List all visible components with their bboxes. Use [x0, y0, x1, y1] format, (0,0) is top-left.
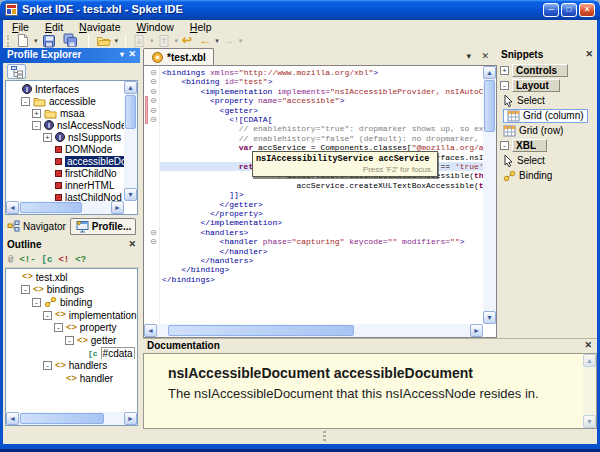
scroll-left-icon[interactable]: ◄ [144, 324, 157, 337]
editor-vscrollbar[interactable]: ▲ ▼ [483, 66, 496, 324]
fold-collapse-icon[interactable]: ⊖ [150, 68, 157, 77]
hscroll-thumb[interactable] [20, 413, 104, 424]
save-all-button[interactable] [61, 33, 83, 48]
dropdown-arrow-icon[interactable]: ▾ [150, 37, 154, 45]
tree-item-cdata[interactable]: [c#cdata [6, 347, 137, 359]
code-line[interactable]: ]]> [162, 190, 483, 199]
editor-hscrollbar[interactable]: ◄ ► [144, 324, 483, 337]
profile-explorer-tree[interactable]: IInterfaces-accessible+msaa-InsIAccessNo… [5, 80, 138, 215]
code-line[interactable]: <getter> [162, 106, 483, 115]
tree-expander-icon[interactable]: - [21, 285, 30, 294]
code-line[interactable]: </property> [162, 209, 483, 218]
code-line[interactable]: accService.createXULTextBoxAccessible(th… [162, 181, 483, 190]
maximize-button[interactable]: □ [561, 3, 577, 17]
vscroll-thumb[interactable] [484, 80, 495, 132]
scroll-down-icon[interactable]: ▼ [124, 188, 137, 201]
outline-hscrollbar[interactable]: ◄ ► [6, 412, 137, 425]
scroll-up-icon[interactable]: ▲ [483, 66, 496, 79]
profile-tree-vscrollbar[interactable]: ▲ ▼ [124, 81, 137, 201]
tree-expander-icon[interactable]: - [43, 361, 52, 370]
fold-collapse-icon[interactable]: ⊖ [150, 237, 157, 246]
prev-annotation-button[interactable]: ▾ [156, 33, 181, 48]
view-menu-icon[interactable]: ▾ [120, 50, 124, 59]
scroll-down-icon[interactable]: ▼ [583, 415, 596, 428]
section-expander-icon[interactable]: + [500, 66, 509, 75]
code-line[interactable]: </handlers> [162, 256, 483, 265]
doctype-filter-icon[interactable]: <! [58, 255, 69, 265]
tree-expander-icon[interactable]: + [32, 109, 41, 118]
menu-edit[interactable]: Edit [37, 21, 71, 33]
tree-item-interfaces[interactable]: IInterfaces [6, 83, 124, 95]
scroll-right-icon[interactable]: ► [470, 324, 483, 337]
tree-item-firstchildno[interactable]: firstChildNo [6, 168, 124, 180]
tree-item-test-xbl[interactable]: <>test.xbl [6, 271, 137, 283]
sash-grip-icon[interactable] [323, 431, 326, 442]
dropdown-arrow-icon[interactable]: ▾ [239, 37, 243, 45]
code-line[interactable]: <property name="accessible"> [162, 96, 483, 105]
snippet-grid-row[interactable]: Grid (row) [497, 123, 597, 138]
editor-close-icon[interactable]: ✕ [481, 51, 489, 61]
tree-expander-icon[interactable]: - [32, 298, 41, 307]
menu-window[interactable]: Window [129, 21, 182, 33]
tree-item-innerhtml[interactable]: innerHTML [6, 180, 124, 192]
view-tab-profile[interactable]: Profile... [70, 218, 136, 235]
code-line[interactable]: </bindings> [162, 275, 483, 284]
snippet-section-xbl[interactable]: -XBL [497, 138, 597, 153]
dropdown-arrow-icon[interactable]: ▾ [115, 37, 119, 45]
documentation-vscrollbar[interactable]: ▲ ▼ [583, 354, 596, 428]
code-line[interactable]: </handler> [162, 247, 483, 256]
view-tab-navigator[interactable]: Navigator [3, 218, 70, 235]
title-bar[interactable]: Spket IDE - test.xbl - Spket IDE ─□✕ [0, 0, 600, 20]
fold-collapse-icon[interactable]: ⊖ [150, 87, 157, 96]
code-line[interactable]: // enablehistory="true": dropmarker show… [162, 124, 483, 133]
outline-tree[interactable]: <>test.xbl-<>bindings-binding-<>implemen… [5, 268, 138, 426]
tree-expander-icon[interactable]: - [43, 311, 52, 320]
dropdown-arrow-icon[interactable]: ▾ [34, 37, 38, 45]
tree-item-binding[interactable]: -binding [6, 296, 137, 308]
scroll-up-icon[interactable]: ▲ [583, 354, 596, 367]
tree-expander-icon[interactable]: - [54, 323, 63, 332]
tree-item-getter[interactable]: -<>getter [6, 335, 137, 347]
tree-expander-icon[interactable]: - [32, 121, 41, 130]
code-text-area[interactable]: <bindings xmlns="http://www.mozilla.org/… [160, 66, 483, 324]
documentation-close-icon[interactable]: ✕ [584, 340, 592, 350]
comment-filter-icon[interactable]: <!- [19, 255, 35, 265]
section-expander-icon[interactable]: - [500, 81, 509, 90]
profile-explorer-header[interactable]: Profile Explorer ▾ ✕ [3, 48, 140, 63]
scroll-left-icon[interactable]: ◄ [6, 412, 19, 425]
vscroll-thumb[interactable] [125, 95, 136, 129]
cdata-filter-icon[interactable]: [c [42, 255, 53, 265]
snippet-grid-column[interactable]: Grid (column) [497, 108, 597, 123]
snippet-section-layout[interactable]: -Layout [497, 78, 597, 93]
snippets-header[interactable]: Snippets ✕ [497, 48, 597, 63]
code-line[interactable]: </binding> [162, 265, 483, 274]
new-file-button[interactable]: ▾ [14, 33, 40, 48]
code-line[interactable]: // enablehistory="false" (default): no d… [162, 134, 483, 143]
tree-item-accessibledo[interactable]: accessibleDo [6, 156, 124, 168]
snippet-select[interactable]: Select [497, 93, 597, 108]
save-button[interactable] [40, 33, 61, 48]
scroll-right-icon[interactable]: ► [124, 412, 137, 425]
dropdown-arrow-icon[interactable]: ▾ [215, 37, 219, 45]
documentation-header[interactable]: Documentation ✕ [143, 338, 597, 353]
scroll-left-icon[interactable]: ◄ [6, 201, 19, 214]
code-line[interactable]: <binding id="test"> [162, 77, 483, 86]
profile-tree-hscrollbar[interactable]: ◄ ► [6, 201, 124, 214]
code-line[interactable]: </getter> [162, 200, 483, 209]
code-editor[interactable]: ⊖⊖⊖⊖⊖⊖⊖⊖ <bindings xmlns="http://www.moz… [143, 65, 497, 338]
menu-file[interactable]: File [4, 21, 37, 33]
attribute-filter-icon[interactable]: @ [8, 255, 13, 265]
tree-item-nsisupports[interactable]: +InsISupports [6, 131, 124, 143]
code-line[interactable]: <![CDATA[ [162, 115, 483, 124]
fold-collapse-icon[interactable]: ⊖ [150, 96, 157, 105]
next-annotation-button[interactable]: ▾ [131, 33, 156, 48]
tree-item-bindings[interactable]: -<>bindings [6, 284, 137, 296]
fold-collapse-icon[interactable]: ⊖ [150, 228, 157, 237]
tree-item-lastchildnod[interactable]: lastChildNod [6, 192, 124, 201]
dropdown-arrow-icon[interactable]: ▾ [175, 37, 179, 45]
fold-collapse-icon[interactable]: ⊖ [150, 106, 157, 115]
tree-expander-icon[interactable]: - [21, 97, 30, 106]
hierarchy-view-button[interactable] [7, 64, 26, 79]
hscroll-thumb[interactable] [168, 325, 354, 336]
tree-expander-icon[interactable]: - [65, 336, 74, 345]
